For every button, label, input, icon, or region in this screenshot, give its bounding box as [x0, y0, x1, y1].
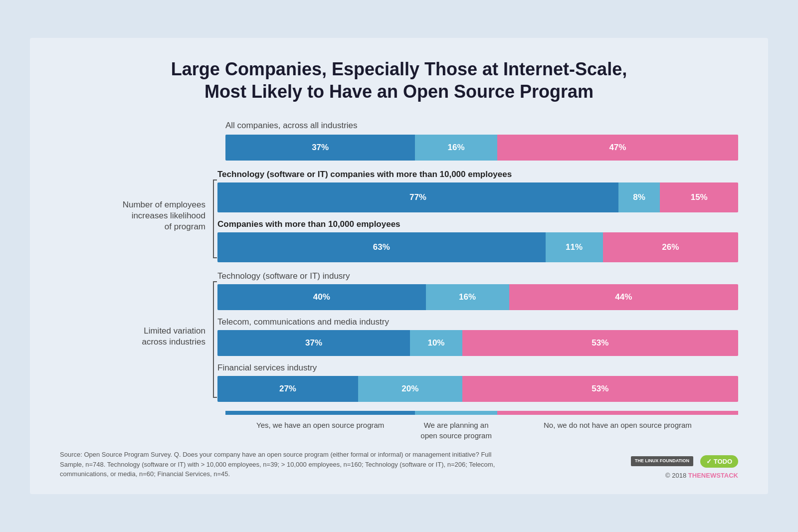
seg-pink-tech10k: 15%	[660, 182, 738, 212]
chart-card: Large Companies, Especially Those at Int…	[30, 38, 768, 494]
linux-foundation-logo: THE LINUX FOUNDATION	[631, 456, 693, 466]
source-text: Source: Open Source Program Survey. Q. D…	[60, 450, 499, 479]
seg-blue-techind: 40%	[217, 284, 426, 310]
seg-mid-telecom: 10%	[410, 330, 462, 356]
legend-label-no: No, we do not have an open source progra…	[497, 417, 738, 441]
bar-title-tech-10k: Technology (software or IT) companies wi…	[217, 170, 738, 179]
logo-group: THE LINUX FOUNDATION ✓ TODO © 2018 THENE…	[631, 455, 738, 479]
seg-mid-techind: 16%	[426, 284, 509, 310]
seg-mid-comp10k: 11%	[546, 232, 603, 262]
bracket-bars-industries: Technology (software or IT) indusry 40% …	[217, 271, 738, 402]
seg-mid-financial: 20%	[358, 376, 462, 402]
bar-title-financial: Financial services industry	[217, 363, 738, 373]
chart-title: Large Companies, Especially Those at Int…	[60, 58, 738, 103]
seg-pink-all: 47%	[497, 135, 738, 161]
bar-title-telecom: Telecom, communications and media indust…	[217, 317, 738, 327]
bar-row-tech-industry: Technology (software or IT) indusry 40% …	[217, 271, 738, 310]
bar-title-companies-10k: Companies with more than 10,000 employee…	[217, 219, 738, 229]
legend-strip-pink	[497, 411, 738, 415]
bar-all-companies: 37% 16% 47%	[225, 135, 738, 161]
seg-pink-comp10k: 26%	[603, 232, 738, 262]
bracket-label-employees: Number of employees increases likelihood…	[60, 170, 209, 262]
bracket-label-industries: Limited variation across industries	[60, 271, 209, 402]
bracket-bars-employees: Technology (software or IT) companies wi…	[217, 170, 738, 262]
seg-mid-all: 16%	[415, 135, 497, 161]
bar-row-tech-10k: Technology (software or IT) companies wi…	[217, 170, 738, 212]
source-row: Source: Open Source Program Survey. Q. D…	[60, 450, 738, 479]
seg-blue-tech10k: 77%	[217, 182, 618, 212]
legend-strip-blue	[225, 411, 415, 415]
bar-row-all-companies: All companies, across all industries 37%…	[60, 121, 738, 161]
seg-mid-tech10k: 8%	[618, 182, 660, 212]
seg-pink-techind: 44%	[509, 284, 738, 310]
bar-title-tech-ind: Technology (software or IT) indusry	[217, 271, 738, 281]
bar-tech-ind: 40% 16% 44%	[217, 284, 738, 310]
bar-tech-10k: 77% 8% 15%	[217, 182, 738, 212]
brand-label: THENEWSTACK	[688, 472, 738, 479]
bar-telecom: 37% 10% 53%	[217, 330, 738, 356]
seg-blue-comp10k: 63%	[217, 232, 546, 262]
bar-financial: 27% 20% 53%	[217, 376, 738, 402]
seg-blue-all: 37%	[225, 135, 415, 161]
bar-row-companies-10k: Companies with more than 10,000 employee…	[217, 219, 738, 262]
bracket-employees: Number of employees increases likelihood…	[60, 170, 738, 262]
legend-strip-mid	[415, 411, 497, 415]
seg-blue-financial: 27%	[217, 376, 358, 402]
seg-blue-telecom: 37%	[217, 330, 410, 356]
bar-label-all: All companies, across all industries	[225, 121, 738, 131]
seg-pink-telecom: 53%	[462, 330, 738, 356]
legend-label-planning: We are planning an open source program	[415, 417, 497, 441]
legend-label-yes: Yes, we have an open source program	[225, 417, 415, 441]
copyright-line: © 2018 THENEWSTACK	[665, 472, 738, 479]
bar-row-financial: Financial services industry 27% 20% 53%	[217, 363, 738, 402]
bar-row-telecom: Telecom, communications and media indust…	[217, 317, 738, 356]
legend-labels: Yes, we have an open source program We a…	[225, 417, 738, 441]
legend-strip	[225, 411, 738, 415]
seg-pink-financial: 53%	[462, 376, 738, 402]
bracket-industries: Limited variation across industries Tech…	[60, 271, 738, 402]
todo-logo: ✓ TODO	[700, 455, 738, 468]
bar-companies-10k: 63% 11% 26%	[217, 232, 738, 262]
